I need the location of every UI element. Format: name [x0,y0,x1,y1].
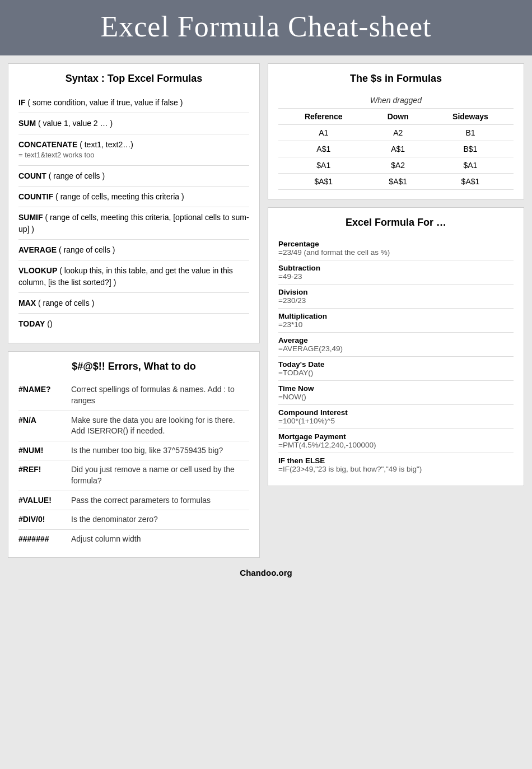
footer-text: Chandoo.org [240,568,292,577]
error-code: #DIV/0! [18,514,63,525]
formula-for-label: Compound Interest [278,408,514,417]
error-row: #######Adjust column width [18,530,249,549]
dollar-table: When dragged Reference Down Sideways A1A… [278,92,514,190]
formula-params: ( range of cells ) [49,171,105,180]
syntax-title: Syntax : Top Excel Formulas [18,73,249,85]
error-code: #NUM! [18,445,63,456]
formula-item: COUNTIF ( range of cells, meeting this c… [18,187,249,207]
formula-for-value: =AVERAGE(23,49) [278,344,343,353]
error-row: #N/AMake sure the data you are looking f… [18,411,249,441]
formula-for-item: Today's Date=TODAY() [278,357,514,381]
formula-for-label: Subtraction [278,264,514,272]
formula-params: ( text1, text2…) [80,140,133,149]
error-row: #REF!Did you just remove a name or cell … [18,460,249,491]
right-column: The $s in Formulas When dragged Referenc… [268,63,524,558]
formula-for-label: Average [278,336,514,344]
error-code: #NAME? [18,384,63,406]
when-dragged-label: When dragged [278,92,514,109]
error-row: #VALUE!Pass the correct parameters to fo… [18,491,249,511]
error-desc: Adjust column width [71,534,141,545]
formula-params: ( range of cells ) [38,299,94,307]
formula-name: TODAY [18,319,45,328]
dollar-cell: A1 [278,125,369,141]
error-desc: Pass the correct parameters to formulas [71,495,211,506]
formula-item: MAX ( range of cells ) [18,293,249,314]
formula-for-value: =23*10 [278,320,302,329]
formula-item: COUNT ( range of cells ) [18,166,249,187]
error-row: #NUM!Is the number too big, like 37^5759… [18,441,249,461]
formula-for-item: Multiplication=23*10 [278,309,514,333]
formula-item: VLOOKUP ( lookup this, in this table, an… [18,260,249,293]
error-code: ####### [18,534,63,545]
dollar-table-row: A1A2B1 [278,125,514,141]
error-table: #NAME?Correct spellings of formulas & na… [18,380,249,548]
errors-title: $#@$!! Errors, What to do [18,361,249,372]
errors-card: $#@$!! Errors, What to do #NAME?Correct … [8,351,260,558]
formula-item: SUM ( value 1, value 2 … ) [18,113,249,134]
formula-for-item: IF then ELSE=IF(23>49,"23 is big, but ho… [278,453,514,477]
formula-params: ( range of cells, meeting this criteria … [55,192,184,201]
error-row: #NAME?Correct spellings of formulas & na… [18,380,249,411]
formula-name: MAX [18,299,36,307]
formula-list: IF ( some condition, value if true, valu… [18,92,249,334]
formula-item: IF ( some condition, value if true, valu… [18,92,249,113]
dollar-cell: A$1 [278,141,369,157]
footer: Chandoo.org [0,563,532,584]
formula-sub: = text1&text2 works too [18,150,249,161]
formula-name: COUNT [18,171,46,180]
error-desc: Is the denominator zero? [71,514,158,525]
dollar-cell: $A1 [278,157,369,174]
dollar-cell: B1 [427,125,514,141]
col-header-reference: Reference [278,109,369,125]
formula-for-label: IF then ELSE [278,456,514,465]
formula-name: VLOOKUP [18,266,57,275]
dollar-cell: A2 [369,125,427,141]
formula-name: CONCATENATE [18,140,77,149]
dollar-cell: $A1 [427,157,514,174]
page-header: Excel Formula Cheat-sheet [0,0,532,55]
formula-for-item: Average=AVERAGE(23,49) [278,333,514,357]
formula-name: IF [18,98,25,107]
error-code: #N/A [18,415,63,437]
formula-for-item: Time Now=NOW() [278,381,514,405]
formula-for-value: =100*(1+10%)^5 [278,417,335,425]
formula-for-item: Division=230/23 [278,285,514,309]
formula-for-title: Excel Formula For … [278,217,514,229]
syntax-card: Syntax : Top Excel Formulas IF ( some co… [8,63,260,343]
formula-for-label: Mortgage Payment [278,432,514,441]
formula-item: AVERAGE ( range of cells ) [18,240,249,260]
dollar-cell: A$1 [369,141,427,157]
dollar-cell: $A$1 [369,174,427,190]
formula-for-label: Percentage [278,240,514,248]
formula-for-label: Multiplication [278,312,514,320]
left-column: Syntax : Top Excel Formulas IF ( some co… [8,63,260,558]
error-desc: Is the number too big, like 37^5759435 b… [71,445,223,456]
error-desc: Correct spellings of formulas & names. A… [71,384,249,406]
col-header-down: Down [369,109,427,125]
formula-for-item: Subtraction=49-23 [278,260,514,285]
col-header-sideways: Sideways [427,109,514,125]
formula-item: TODAY () [18,314,249,334]
formula-for-value: =23/49 (and format the cell as %) [278,248,390,257]
dollars-card: The $s in Formulas When dragged Referenc… [268,63,524,199]
formula-for-label: Time Now [278,384,514,393]
formula-params: ( value 1, value 2 … ) [38,119,113,128]
dollar-cell: B$1 [427,141,514,157]
formula-item: CONCATENATE ( text1, text2…)= text1&text… [18,134,249,166]
formula-for-item: Compound Interest=100*(1+10%)^5 [278,405,514,429]
error-row: #DIV/0!Is the denominator zero? [18,510,249,530]
dollar-cell: $A2 [369,157,427,174]
formula-name: COUNTIF [18,192,53,201]
error-code: #VALUE! [18,495,63,506]
formula-for-item: Mortgage Payment=PMT(4.5%/12,240,-100000… [278,429,514,453]
dollar-table-row: $A1$A2$A1 [278,157,514,174]
formula-params: ( range of cells, meeting this criteria,… [18,213,249,233]
formula-params: ( some condition, value if true, value i… [27,98,183,107]
error-desc: Did you just remove a name or cell used … [71,464,249,486]
dollar-cell: $A$1 [427,174,514,190]
formula-for-label: Today's Date [278,360,514,369]
formula-for-value: =IF(23>49,"23 is big, but how?","49 is b… [278,465,422,473]
formula-for-list: Percentage=23/49 (and format the cell as… [278,236,514,477]
main-content: Syntax : Top Excel Formulas IF ( some co… [0,55,532,563]
dollars-title: The $s in Formulas [278,73,514,85]
